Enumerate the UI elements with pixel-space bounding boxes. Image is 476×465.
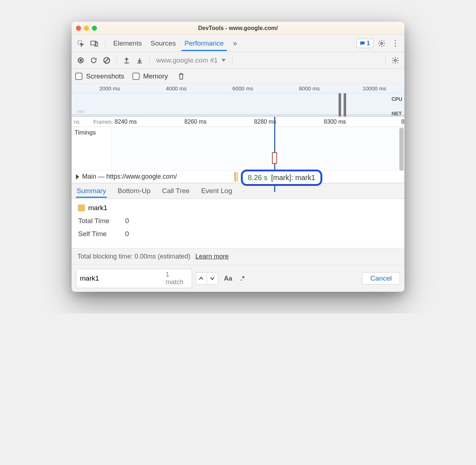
event-color-swatch bbox=[78, 205, 85, 211]
total-time-value: 0 bbox=[125, 217, 129, 225]
svg-point-8 bbox=[394, 59, 396, 61]
messages-count: 1 bbox=[367, 40, 370, 47]
tab-summary[interactable]: Summary bbox=[76, 184, 107, 198]
search-bar: 1 match Aa .* Cancel bbox=[72, 265, 404, 292]
recording-select-label: www.google.com #1 bbox=[156, 56, 218, 64]
window-title: DevTools - www.google.com/ bbox=[72, 25, 404, 31]
search-nav bbox=[196, 272, 218, 285]
svg-point-3 bbox=[381, 42, 383, 44]
timings-track-label[interactable]: Timings bbox=[72, 127, 111, 170]
screenshots-label: Screenshots bbox=[86, 72, 124, 80]
main-tabs: Elements Sources Performance » 1 ⋮ bbox=[72, 35, 404, 52]
summary-panel: mark1 Total Time 0 Self Time 0 bbox=[72, 199, 404, 248]
flame-chart[interactable]: Timings Main — https://www.google.com/ 8… bbox=[72, 127, 404, 183]
search-field-wrapper: 1 match bbox=[76, 269, 192, 288]
svg-line-7 bbox=[105, 59, 109, 62]
messages-badge[interactable]: 1 bbox=[356, 39, 373, 48]
blocking-text: Total blocking time: 0.00ms (estimated) bbox=[77, 253, 190, 260]
detail-ruler: ns Frames 8240 ms 8260 ms 8280 ms 8300 m… bbox=[72, 117, 404, 127]
detail-ruler-left: ns bbox=[72, 119, 93, 125]
screenshots-checkbox[interactable] bbox=[75, 73, 82, 80]
blocking-time-row: Total blocking time: 0.00ms (estimated) … bbox=[72, 248, 404, 265]
overview-timeline[interactable]: 2000 ms 4000 ms 6000 ms 8000 ms 10000 ms… bbox=[72, 84, 404, 117]
regex-toggle[interactable]: .* bbox=[238, 273, 247, 284]
tab-event-log[interactable]: Event Log bbox=[200, 184, 233, 198]
memory-label: Memory bbox=[143, 72, 168, 80]
self-time-label: Self Time bbox=[78, 230, 118, 238]
timing-marker[interactable] bbox=[272, 152, 277, 164]
match-count: 1 match bbox=[166, 271, 188, 286]
search-input[interactable] bbox=[80, 274, 166, 282]
tooltip-time: 8.26 s bbox=[248, 174, 267, 182]
overview-ruler: 2000 ms 4000 ms 6000 ms 8000 ms 10000 ms bbox=[72, 84, 404, 93]
self-time-value: 0 bbox=[125, 230, 129, 238]
search-next-button[interactable] bbox=[207, 273, 218, 284]
garbage-collect-icon[interactable] bbox=[176, 71, 187, 82]
inspect-element-icon[interactable] bbox=[75, 38, 86, 49]
tab-elements[interactable]: Elements bbox=[110, 36, 145, 51]
learn-more-link[interactable]: Learn more bbox=[195, 253, 229, 260]
search-cancel-button[interactable]: Cancel bbox=[362, 272, 400, 285]
capture-settings-icon[interactable] bbox=[390, 55, 401, 66]
chevron-down-icon bbox=[221, 59, 226, 62]
settings-icon[interactable] bbox=[376, 38, 387, 49]
main-thread-row[interactable]: Main — https://www.google.com/ bbox=[72, 171, 404, 183]
mark-tooltip: 8.26 s [mark]: mark1 bbox=[241, 170, 322, 186]
devtools-window: DevTools - www.google.com/ Elements Sour… bbox=[72, 22, 404, 292]
overview-handle-right[interactable] bbox=[344, 93, 346, 116]
performance-toolbar: www.google.com #1 bbox=[72, 52, 404, 69]
tab-performance[interactable]: Performance bbox=[182, 36, 227, 51]
save-profile-icon[interactable] bbox=[134, 55, 145, 66]
record-button[interactable] bbox=[75, 55, 86, 66]
main-thread-label: Main — https://www.google.com/ bbox=[82, 173, 177, 180]
match-case-toggle[interactable]: Aa bbox=[222, 273, 234, 284]
frames-label: Frames bbox=[93, 119, 115, 125]
search-prev-button[interactable] bbox=[196, 273, 207, 284]
total-time-label: Total Time bbox=[78, 217, 118, 225]
recording-select[interactable]: www.google.com #1 bbox=[154, 56, 228, 64]
tab-bottom-up[interactable]: Bottom-Up bbox=[117, 184, 151, 198]
reload-record-button[interactable] bbox=[88, 55, 99, 66]
clear-button[interactable] bbox=[101, 55, 112, 66]
memory-checkbox[interactable] bbox=[132, 73, 140, 80]
expand-caret-icon[interactable] bbox=[76, 174, 79, 179]
event-name: mark1 bbox=[88, 204, 107, 212]
tooltip-text: [mark]: mark1 bbox=[271, 174, 315, 182]
kebab-menu-icon[interactable]: ⋮ bbox=[390, 38, 401, 49]
scrollbar-thumb[interactable] bbox=[399, 128, 404, 171]
capture-options: Screenshots Memory bbox=[72, 69, 404, 84]
more-tabs-icon[interactable]: » bbox=[230, 38, 241, 49]
svg-point-5 bbox=[80, 59, 82, 61]
overview-net-label: NET bbox=[391, 111, 402, 116]
overview-cpu-label: CPU bbox=[391, 96, 402, 102]
load-profile-icon[interactable] bbox=[121, 55, 132, 66]
titlebar: DevTools - www.google.com/ bbox=[72, 22, 404, 35]
overview-handle-left[interactable] bbox=[339, 93, 341, 116]
details-tabs: Summary Bottom-Up Call Tree Event Log bbox=[72, 183, 404, 199]
device-toolbar-icon[interactable] bbox=[89, 38, 100, 49]
tab-sources[interactable]: Sources bbox=[148, 36, 179, 51]
tab-call-tree[interactable]: Call Tree bbox=[161, 184, 190, 198]
